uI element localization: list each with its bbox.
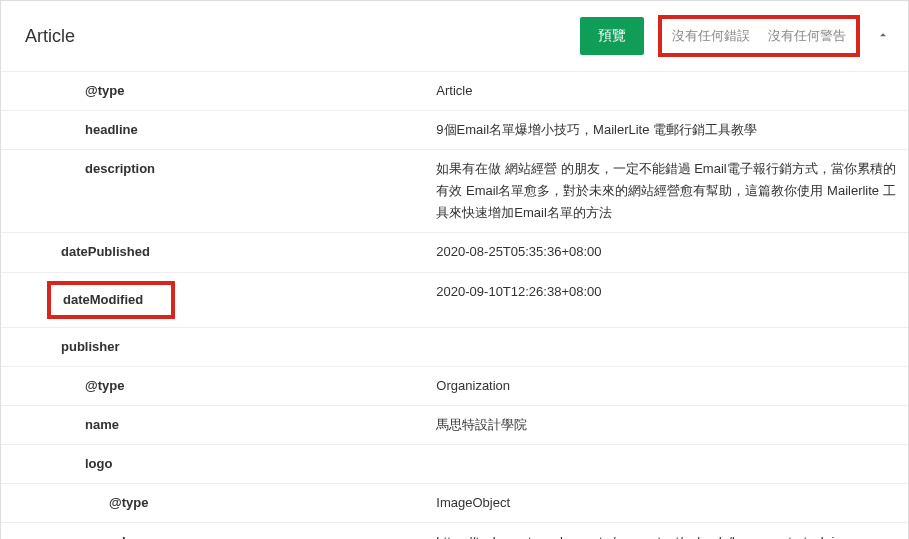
status-no-errors: 沒有任何錯誤	[672, 27, 750, 45]
property-value: 2020-08-25T05:35:36+08:00	[436, 233, 908, 272]
property-value: Article	[436, 72, 908, 111]
panel-title: Article	[25, 26, 75, 47]
panel-header: Article 預覽 沒有任何錯誤 沒有任何警告	[1, 1, 908, 72]
table-row: dateModified2020-09-10T12:26:38+08:00	[1, 272, 908, 327]
table-row: description如果有在做 網站經營 的朋友，一定不能錯過 Email電子…	[1, 150, 908, 233]
table-row: datePublished2020-08-25T05:35:36+08:00	[1, 233, 908, 272]
property-key: dateModified	[47, 281, 175, 319]
property-value: 馬思特設計學院	[436, 405, 908, 444]
property-key: url	[1, 531, 126, 539]
table-row: name馬思特設計學院	[1, 405, 908, 444]
collapse-toggle[interactable]	[876, 29, 890, 43]
property-key: logo	[1, 453, 112, 475]
property-key: publisher	[1, 336, 120, 358]
property-key: @type	[1, 492, 148, 514]
table-row: publisher	[1, 327, 908, 366]
property-key: @type	[1, 80, 124, 102]
property-value: https://tech.masterweb.com.tw/wp-content…	[436, 523, 908, 539]
table-row: headline9個Email名單爆增小技巧，MailerLite 電郵行銷工具…	[1, 111, 908, 150]
table-row: logo	[1, 444, 908, 483]
property-value	[436, 444, 908, 483]
property-value: 2020-09-10T12:26:38+08:00	[436, 272, 908, 327]
property-key: name	[1, 414, 119, 436]
property-value: ImageObject	[436, 484, 908, 523]
status-no-warnings: 沒有任何警告	[768, 27, 846, 45]
table-row: @typeOrganization	[1, 366, 908, 405]
property-key: headline	[1, 119, 138, 141]
preview-button[interactable]: 預覽	[580, 17, 644, 55]
property-value: 9個Email名單爆增小技巧，MailerLite 電郵行銷工具教學	[436, 111, 908, 150]
status-group: 沒有任何錯誤 沒有任何警告	[658, 15, 860, 57]
property-value	[436, 327, 908, 366]
property-key: @type	[1, 375, 124, 397]
property-value: 如果有在做 網站經營 的朋友，一定不能錯過 Email電子報行銷方式，當你累積的…	[436, 150, 908, 233]
property-value: Organization	[436, 366, 908, 405]
table-row: @typeImageObject	[1, 484, 908, 523]
properties-table: @typeArticleheadline9個Email名單爆增小技巧，Maile…	[1, 72, 908, 539]
property-key: datePublished	[1, 241, 150, 263]
structured-data-panel: Article 預覽 沒有任何錯誤 沒有任何警告 @typeArticlehea…	[0, 0, 909, 539]
table-row: @typeArticle	[1, 72, 908, 111]
property-key: description	[1, 158, 155, 180]
chevron-up-icon	[876, 28, 890, 45]
table-row: urlhttps://tech.masterweb.com.tw/wp-cont…	[1, 523, 908, 539]
